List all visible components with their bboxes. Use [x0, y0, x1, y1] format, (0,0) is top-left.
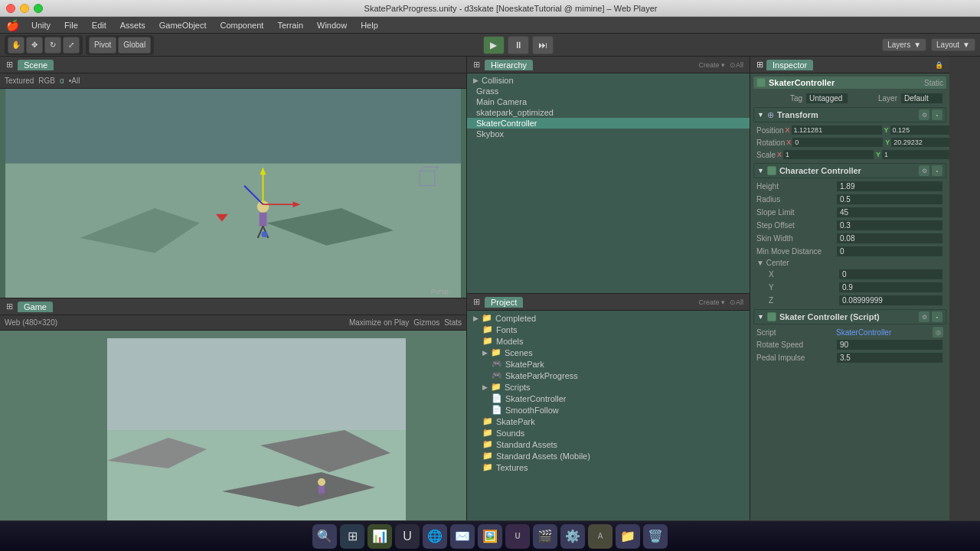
dock-photos[interactable]: 🖼️ — [478, 524, 502, 549]
scene-tab[interactable]: Scene — [18, 60, 54, 70]
project-scene-skatepark[interactable]: 🎮 SkatePark — [467, 358, 750, 370]
height-input[interactable] — [836, 181, 943, 192]
maximize-on-play-button[interactable]: Maximize on Play — [349, 318, 409, 327]
menu-window[interactable]: Window — [311, 19, 353, 31]
tag-dropdown[interactable]: Untagged — [805, 93, 848, 104]
ss-settings-icon[interactable]: ⚙ — [919, 311, 929, 322]
project-all[interactable]: ⊙All — [730, 298, 743, 306]
layer-dropdown[interactable]: Default — [900, 93, 943, 104]
dock-font[interactable]: A — [588, 524, 612, 549]
project-scene-skateparkprogress[interactable]: 🎮 SkateParkProgress — [467, 370, 750, 381]
hierarchy-item-skatepark[interactable]: skatepark_optimized — [467, 107, 750, 118]
dock-launchpad[interactable]: ⊞ — [340, 524, 364, 549]
menu-file[interactable]: File — [58, 19, 84, 31]
ss-dot-icon[interactable]: • — [932, 311, 942, 322]
menu-component[interactable]: Component — [214, 19, 270, 31]
transform-component-header[interactable]: ▼ ⊕ Transform ⚙ • — [753, 107, 946, 122]
hierarchy-item-collision[interactable]: ▶ Collision — [467, 75, 750, 86]
menu-assets[interactable]: Assets — [114, 19, 152, 31]
project-script-smoothfollow[interactable]: 📄 SmoothFollow — [467, 404, 750, 416]
position-x-input[interactable] — [791, 125, 883, 135]
menu-edit[interactable]: Edit — [86, 19, 113, 31]
move-tool-button[interactable]: ✥ — [26, 37, 43, 54]
min-move-input[interactable] — [836, 246, 943, 257]
rotation-x-input[interactable] — [792, 137, 884, 148]
dock-prefs[interactable]: ⚙️ — [560, 524, 585, 549]
dock-folder[interactable]: 📁 — [616, 524, 640, 549]
cc-checkbox[interactable] — [767, 166, 776, 175]
project-folder-sounds[interactable]: 📁 Sounds — [467, 427, 750, 439]
scale-tool-button[interactable]: ⤢ — [63, 37, 80, 54]
skin-input[interactable] — [836, 233, 943, 244]
minimize-button[interactable] — [20, 4, 29, 13]
hierarchy-tab[interactable]: Hierarchy — [485, 60, 533, 70]
pause-button[interactable]: ⏸ — [508, 36, 529, 54]
gameobject-active-checkbox[interactable] — [756, 78, 766, 87]
project-folder-standardassets-mobile[interactable]: 📁 Standard Assets (Mobile) — [467, 450, 750, 461]
project-folder-standardassets[interactable]: 📁 Standard Assets — [467, 439, 750, 450]
skater-script-header[interactable]: ▼ Skater Controller (Script) ⚙ • — [753, 309, 946, 324]
dock-video[interactable]: 🎬 — [533, 524, 557, 549]
character-controller-header[interactable]: ▼ Character Controller ⚙ • — [753, 163, 946, 178]
hierarchy-create[interactable]: Create ▾ — [698, 61, 725, 69]
project-folder-scenes[interactable]: ▶ 📁 Scenes — [467, 347, 750, 358]
close-button[interactable] — [6, 4, 15, 13]
layout-dropdown[interactable]: Layout ▼ — [931, 38, 975, 51]
maximize-button[interactable] — [34, 4, 43, 13]
transform-settings-icon[interactable]: ⚙ — [919, 109, 929, 120]
project-folder-completed[interactable]: ▶ 📁 Completed — [467, 312, 750, 324]
menu-gameobject[interactable]: GameObject — [153, 19, 213, 31]
step-input[interactable] — [836, 220, 943, 231]
pivot-button[interactable]: Pivot — [89, 37, 116, 54]
dock-mail[interactable]: ✉️ — [450, 524, 475, 549]
scale-y-input[interactable] — [881, 149, 949, 160]
project-folder-skateparkassets[interactable]: 📁 SkatePark — [467, 416, 750, 427]
project-create[interactable]: Create ▾ — [698, 298, 725, 306]
center-y-input[interactable] — [838, 282, 943, 293]
menu-terrain[interactable]: Terrain — [271, 19, 309, 31]
rotation-y-input[interactable] — [890, 137, 949, 148]
cc-dot-icon[interactable]: • — [932, 165, 942, 176]
layers-dropdown[interactable]: Layers ▼ — [882, 38, 926, 51]
center-z-input[interactable] — [838, 295, 943, 306]
static-checkbox[interactable]: Static — [924, 79, 943, 87]
menu-help[interactable]: Help — [354, 19, 384, 31]
cc-settings-icon[interactable]: ⚙ — [919, 165, 929, 176]
dock-chrome[interactable]: 🌐 — [423, 524, 447, 549]
stats-button[interactable]: Stats — [444, 318, 462, 327]
hierarchy-item-skybox[interactable]: Skybox — [467, 129, 750, 139]
dock-unity[interactable]: U — [395, 524, 420, 549]
dock-unity2[interactable]: U — [505, 524, 530, 549]
center-x-input[interactable] — [838, 269, 943, 280]
apple-logo-icon[interactable]: 🍎 — [6, 19, 19, 31]
gizmos-button[interactable]: Gizmos — [413, 318, 439, 327]
game-tab[interactable]: Game — [18, 302, 53, 312]
project-folder-textures[interactable]: 📁 Textures — [467, 461, 750, 473]
project-folder-models[interactable]: 📁 Models — [467, 335, 750, 347]
project-script-skatercontroller[interactable]: 📄 SkaterController — [467, 393, 750, 404]
step-button[interactable]: ⏭ — [532, 36, 554, 54]
hand-tool-button[interactable]: ✋ — [8, 37, 24, 54]
position-y-input[interactable] — [890, 125, 949, 135]
hierarchy-item-skatercontroller[interactable]: SkaterController — [467, 118, 750, 129]
project-tab[interactable]: Project — [485, 297, 523, 308]
play-button[interactable]: ▶ — [483, 36, 505, 54]
global-button[interactable]: Global — [118, 37, 151, 54]
scale-x-input[interactable] — [782, 149, 874, 160]
inspector-lock-icon[interactable]: 🔒 — [935, 61, 943, 69]
radius-input[interactable] — [836, 194, 943, 205]
dock-finder[interactable]: 🔍 — [312, 524, 337, 549]
hierarchy-all[interactable]: ⊙All — [730, 61, 743, 69]
pedal-impulse-input[interactable] — [836, 352, 943, 364]
rotate-tool-button[interactable]: ↻ — [44, 37, 61, 54]
script-pick-button[interactable]: ◎ — [933, 327, 943, 337]
center-fold-icon[interactable]: ▼ Center — [756, 259, 833, 267]
dock-trash[interactable]: 🗑️ — [643, 524, 668, 549]
hierarchy-item-maincamera[interactable]: Main Camera — [467, 96, 750, 107]
project-folder-fonts[interactable]: 📁 Fonts — [467, 324, 750, 335]
rotate-speed-input[interactable] — [836, 339, 943, 350]
dock-activity[interactable]: 📊 — [368, 524, 392, 549]
ss-checkbox[interactable] — [767, 312, 776, 321]
script-value[interactable]: SkaterController — [836, 328, 929, 337]
hierarchy-item-grass[interactable]: Grass — [467, 86, 750, 96]
